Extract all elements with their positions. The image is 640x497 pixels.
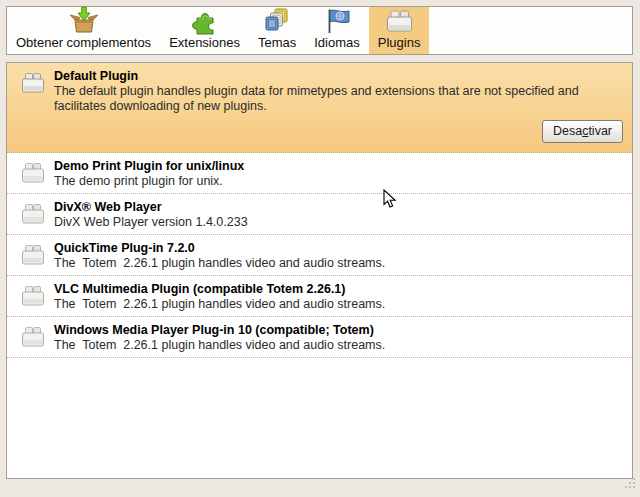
plugin-row-text: Demo Print Plugin for unix/linux The dem… (54, 158, 622, 189)
plugin-row-vlc[interactable]: VLC Multimedia Plugin (compatible Totem … (7, 276, 632, 317)
plugin-row-text: Windows Media Player Plug-in 10 (compati… (54, 322, 622, 353)
get-addons-box-icon (69, 5, 99, 35)
plugin-row-divx[interactable]: DivX® Web Player DivX Web Player version… (7, 194, 632, 235)
plugin-row-wmp[interactable]: Windows Media Player Plug-in 10 (compati… (7, 317, 632, 358)
tab-plugins[interactable]: Plugins (369, 7, 430, 54)
tab-get-addons[interactable]: Obtener complementos (7, 7, 160, 54)
plugin-name: Default Plugin (54, 68, 622, 84)
plugin-name: VLC Multimedia Plugin (compatible Totem … (54, 281, 622, 297)
tab-extensions[interactable]: Extensiones (160, 7, 249, 54)
plugin-description: The Totem 2.26.1 plugin handles video an… (54, 256, 622, 271)
plugin-brick-icon (20, 161, 46, 189)
themes-swatches-icon (263, 7, 291, 35)
tab-languages[interactable]: Idiomas (305, 7, 369, 54)
plugin-row-default-plugin[interactable]: Default Plugin The default plugin handle… (7, 63, 632, 153)
plugin-brick-icon (20, 202, 46, 230)
languages-flag-icon (323, 7, 351, 35)
plugin-brick-icon (20, 325, 46, 353)
extensions-puzzle-icon (191, 7, 219, 35)
plugin-description: DivX Web Player version 1.4.0.233 (54, 215, 622, 230)
plugin-name: DivX® Web Player (54, 199, 622, 215)
addons-toolbar: Obtener complementos Extensiones Temas (6, 6, 633, 55)
plugin-brick-icon (384, 7, 414, 35)
disable-button-label: Desa (553, 124, 582, 138)
tab-themes-label: Temas (258, 36, 296, 50)
addons-manager-window: { "window": { "background_color": "#EDE9… (0, 0, 640, 497)
tab-languages-label: Idiomas (314, 36, 360, 50)
disable-button-label-suffix: tivar (588, 124, 612, 138)
plugin-name: QuickTime Plug-in 7.2.0 (54, 240, 622, 256)
plugin-name: Demo Print Plugin for unix/linux (54, 158, 622, 174)
plugin-row-text: Default Plugin The default plugin handle… (54, 68, 622, 114)
plugin-row-text: DivX® Web Player DivX Web Player version… (54, 199, 622, 230)
plugin-brick-icon (20, 71, 46, 99)
plugin-description: The Totem 2.26.1 plugin handles video an… (54, 297, 622, 312)
plugin-row-text: QuickTime Plug-in 7.2.0 The Totem 2.26.1… (54, 240, 622, 271)
plugin-brick-icon (20, 243, 46, 271)
plugin-description: The Totem 2.26.1 plugin handles video an… (54, 338, 622, 353)
tab-plugins-label: Plugins (378, 36, 421, 50)
plugin-list: Default Plugin The default plugin handle… (6, 62, 633, 479)
plugin-row-text: VLC Multimedia Plugin (compatible Totem … (54, 281, 622, 312)
plugin-name: Windows Media Player Plug-in 10 (compati… (54, 322, 622, 338)
tab-themes[interactable]: Temas (249, 7, 305, 54)
disable-button[interactable]: Desactivar (542, 120, 623, 143)
plugin-row-quicktime[interactable]: QuickTime Plug-in 7.2.0 The Totem 2.26.1… (7, 235, 632, 276)
plugin-row-demo-print[interactable]: Demo Print Plugin for unix/linux The dem… (7, 153, 632, 194)
plugin-brick-icon (20, 284, 46, 312)
tab-get-addons-label: Obtener complementos (16, 36, 151, 50)
tab-extensions-label: Extensiones (169, 36, 240, 50)
plugin-description: The default plugin handles plugin data f… (54, 84, 584, 114)
plugin-description: The demo print plugin for unix. (54, 174, 622, 189)
resize-grip-icon[interactable] (623, 476, 637, 494)
